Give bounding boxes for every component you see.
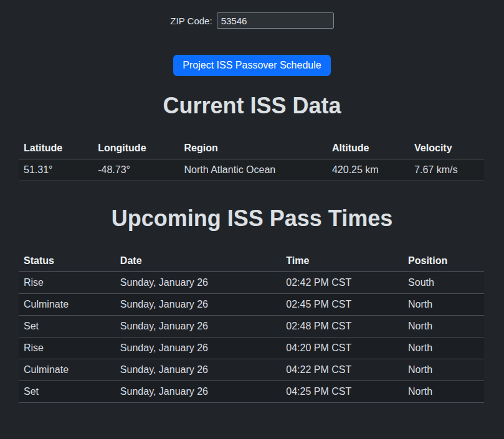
project-iss-schedule-button[interactable]: Project ISS Passover Schedule <box>173 55 330 76</box>
cell: 51.31° <box>19 159 93 181</box>
table-row: SetSunday, January 2604:25 PM CSTNorth <box>19 381 484 403</box>
cell: Set <box>19 316 115 338</box>
cell: 04:25 PM CST <box>281 381 403 403</box>
column-header: Velocity <box>409 138 484 159</box>
column-header: Latitude <box>19 138 93 159</box>
cell: Sunday, January 26 <box>115 359 281 381</box>
cell: 02:45 PM CST <box>281 294 403 316</box>
cell: Sunday, January 26 <box>115 316 281 338</box>
cell: Sunday, January 26 <box>115 381 281 403</box>
cell: North <box>403 381 484 403</box>
column-header: Region <box>179 138 326 159</box>
table-row: 51.31°-48.73°North Atlantic Ocean420.25 … <box>19 159 484 181</box>
cell: North <box>403 316 484 338</box>
cell: Rise <box>19 338 115 359</box>
table-row: CulminateSunday, January 2602:45 PM CSTN… <box>19 294 484 316</box>
column-header: Position <box>403 250 484 272</box>
column-header: Date <box>115 250 281 272</box>
column-header: Longitude <box>93 138 179 159</box>
cell: 7.67 km/s <box>409 159 484 181</box>
cell: 04:20 PM CST <box>281 338 403 359</box>
current-iss-table: LatitudeLongitudeRegionAltitudeVelocity … <box>19 138 484 181</box>
cell: 04:22 PM CST <box>281 359 403 381</box>
cell: North <box>403 294 484 316</box>
button-row: Project ISS Passover Schedule <box>0 55 504 76</box>
table-row: SetSunday, January 2602:48 PM CSTNorth <box>19 316 484 338</box>
cell: Rise <box>19 272 115 294</box>
table-row: RiseSunday, January 2604:20 PM CSTNorth <box>19 338 484 359</box>
cell: Culminate <box>19 294 115 316</box>
pass-times-table: StatusDateTimePosition RiseSunday, Janua… <box>19 250 484 403</box>
column-header: Altitude <box>327 138 409 159</box>
cell: Set <box>19 381 115 403</box>
cell: Sunday, January 26 <box>115 272 281 294</box>
header-row: StatusDateTimePosition <box>19 250 484 272</box>
cell: Culminate <box>19 359 115 381</box>
cell: 420.25 km <box>327 159 409 181</box>
cell: North <box>403 338 484 359</box>
zip-code-label: ZIP Code: <box>170 16 212 26</box>
cell: North Atlantic Ocean <box>179 159 326 181</box>
cell: Sunday, January 26 <box>115 338 281 359</box>
column-header: Time <box>281 250 403 272</box>
header-row: LatitudeLongitudeRegionAltitudeVelocity <box>19 138 484 159</box>
column-header: Status <box>19 250 115 272</box>
cell: South <box>403 272 484 294</box>
upcoming-pass-times-title: Upcoming ISS Pass Times <box>0 205 504 232</box>
cell: -48.73° <box>93 159 179 181</box>
cell: 02:48 PM CST <box>281 316 403 338</box>
zip-code-input[interactable] <box>217 12 334 29</box>
current-iss-data-title: Current ISS Data <box>0 92 504 119</box>
zip-form: ZIP Code: <box>0 0 504 29</box>
cell: North <box>403 359 484 381</box>
table-row: RiseSunday, January 2602:42 PM CSTSouth <box>19 272 484 294</box>
cell: 02:42 PM CST <box>281 272 403 294</box>
cell: Sunday, January 26 <box>115 294 281 316</box>
table-row: CulminateSunday, January 2604:22 PM CSTN… <box>19 359 484 381</box>
